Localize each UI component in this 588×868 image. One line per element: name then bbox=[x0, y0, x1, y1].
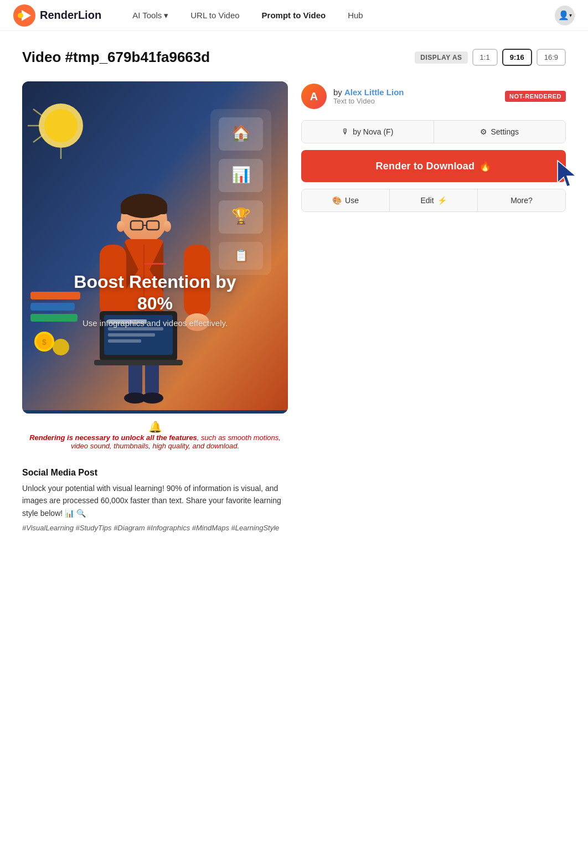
render-btn-container: Render to Download 🔥 bbox=[301, 150, 566, 182]
svg-rect-10 bbox=[210, 109, 271, 275]
svg-point-44 bbox=[124, 392, 146, 404]
svg-rect-3 bbox=[22, 81, 288, 414]
svg-rect-52 bbox=[94, 360, 183, 365]
main-content: Video #tmp_679b41fa9663d DISPLAY AS 1:1 … bbox=[0, 31, 588, 567]
ratio-btn-9-16[interactable]: 9:16 bbox=[502, 49, 532, 66]
video-subtitle: Use infographics and videos effectively. bbox=[55, 318, 255, 328]
svg-point-4 bbox=[39, 104, 83, 148]
svg-point-5 bbox=[44, 109, 78, 142]
microphone-icon: 🎙 bbox=[342, 127, 349, 136]
creator-tool: Text to Video bbox=[333, 97, 498, 105]
svg-rect-50 bbox=[108, 333, 155, 337]
video-preview: 🏠 📊 🏆 📋 $ bbox=[22, 81, 288, 414]
creator-avatar: A bbox=[301, 84, 327, 109]
logo-text: RenderLion bbox=[40, 9, 101, 22]
svg-rect-28 bbox=[121, 203, 167, 214]
svg-point-45 bbox=[141, 392, 163, 404]
svg-rect-11 bbox=[219, 117, 263, 151]
page-title: Video #tmp_679b41fa9663d bbox=[22, 49, 210, 66]
svg-point-2 bbox=[18, 13, 23, 18]
creator-card: A by Alex Little Lion Text to Video NOT-… bbox=[301, 81, 566, 113]
use-button[interactable]: 🎨 Use bbox=[302, 189, 389, 211]
svg-text:📋: 📋 bbox=[234, 248, 249, 263]
video-preview-wrap: 🏠 📊 🏆 📋 $ bbox=[22, 81, 288, 534]
render-notice: 🔔 Rendering is necessary to unlock all t… bbox=[22, 414, 288, 454]
voice-button[interactable]: 🎙 by Nova (F) bbox=[302, 121, 434, 143]
svg-point-33 bbox=[163, 221, 171, 232]
more-button[interactable]: More? bbox=[477, 189, 565, 211]
edit-lightning-icon: ⚡ bbox=[437, 196, 447, 205]
svg-point-26 bbox=[121, 197, 167, 243]
settings-button[interactable]: ⚙ Settings bbox=[434, 121, 566, 143]
creator-name: by Alex Little Lion bbox=[333, 87, 498, 97]
navbar: RenderLion AI Tools ▾ URL to Video Promp… bbox=[0, 0, 588, 31]
svg-point-23 bbox=[37, 334, 52, 349]
display-as-group: DISPLAY AS 1:1 9:16 16:9 bbox=[415, 49, 566, 66]
svg-rect-30 bbox=[147, 221, 159, 230]
svg-text:🏠: 🏠 bbox=[231, 124, 251, 142]
palette-icon: 🎨 bbox=[332, 196, 342, 205]
display-as-label: DISPLAY AS bbox=[415, 51, 467, 64]
avatar-dropdown-icon: ▾ bbox=[569, 12, 572, 18]
nav-item-ai-tools[interactable]: AI Tools ▾ bbox=[123, 6, 177, 25]
bell-icon: 🔔 bbox=[22, 420, 288, 433]
nav-links: AI Tools ▾ URL to Video Prompt to Video … bbox=[123, 6, 555, 25]
svg-rect-13 bbox=[219, 159, 263, 192]
not-rendered-badge: NOT-RENDERED bbox=[505, 91, 566, 102]
svg-point-32 bbox=[117, 221, 125, 232]
video-divider-line bbox=[144, 263, 166, 265]
nav-item-prompt-to-video[interactable]: Prompt to Video bbox=[253, 6, 335, 24]
social-post-section: Social Media Post Unlock your potential … bbox=[22, 468, 288, 534]
social-post-title: Social Media Post bbox=[22, 468, 288, 478]
ratio-btn-1-1[interactable]: 1:1 bbox=[472, 49, 498, 66]
svg-point-27 bbox=[121, 194, 167, 218]
dropdown-arrow-icon: ▾ bbox=[164, 11, 168, 20]
creator-info: by Alex Little Lion Text to Video bbox=[333, 87, 498, 105]
social-post-body: Unlock your potential with visual learni… bbox=[22, 482, 288, 519]
svg-point-22 bbox=[34, 332, 54, 352]
fire-icon: 🔥 bbox=[479, 160, 491, 172]
nav-item-hub[interactable]: Hub bbox=[339, 6, 372, 24]
renderlion-logo-icon bbox=[13, 4, 35, 27]
edit-button[interactable]: Edit ⚡ bbox=[389, 189, 477, 211]
svg-point-25 bbox=[53, 339, 69, 355]
user-avatar[interactable]: 👤 ▾ bbox=[555, 6, 575, 25]
page-title-row: Video #tmp_679b41fa9663d DISPLAY AS 1:1 … bbox=[22, 49, 566, 66]
voice-settings-row: 🎙 by Nova (F) ⚙ Settings bbox=[301, 120, 566, 143]
svg-rect-29 bbox=[131, 221, 143, 230]
video-main-title: Boost Retention by 80% bbox=[55, 271, 255, 314]
svg-text:$: $ bbox=[42, 338, 47, 347]
logo[interactable]: RenderLion bbox=[13, 4, 101, 27]
svg-rect-15 bbox=[219, 200, 263, 234]
video-illustration: 🏠 📊 🏆 📋 $ bbox=[22, 81, 288, 414]
render-to-download-button[interactable]: Render to Download 🔥 bbox=[301, 150, 566, 182]
action-row: 🎨 Use Edit ⚡ More? bbox=[301, 189, 566, 212]
gear-icon: ⚙ bbox=[480, 127, 487, 136]
avatar-icon: 👤 bbox=[558, 10, 569, 20]
svg-text:📊: 📊 bbox=[231, 166, 251, 184]
svg-rect-42 bbox=[128, 336, 142, 397]
side-panel: A by Alex Little Lion Text to Video NOT-… bbox=[301, 81, 566, 212]
nav-item-url-to-video[interactable]: URL to Video bbox=[182, 6, 248, 24]
svg-line-6 bbox=[33, 109, 44, 117]
video-section: 🏠 📊 🏆 📋 $ bbox=[22, 81, 566, 534]
social-hashtags: #VisualLearning #StudyTips #Diagram #Inf… bbox=[22, 523, 288, 534]
svg-rect-51 bbox=[108, 339, 141, 343]
video-bottom-bar bbox=[22, 410, 288, 414]
svg-line-8 bbox=[33, 134, 44, 142]
svg-text:🏆: 🏆 bbox=[231, 207, 251, 225]
svg-rect-43 bbox=[145, 336, 159, 397]
ratio-btn-16-9[interactable]: 16:9 bbox=[537, 49, 566, 66]
render-warning-text: Rendering is necessary to unlock all the… bbox=[22, 433, 288, 450]
